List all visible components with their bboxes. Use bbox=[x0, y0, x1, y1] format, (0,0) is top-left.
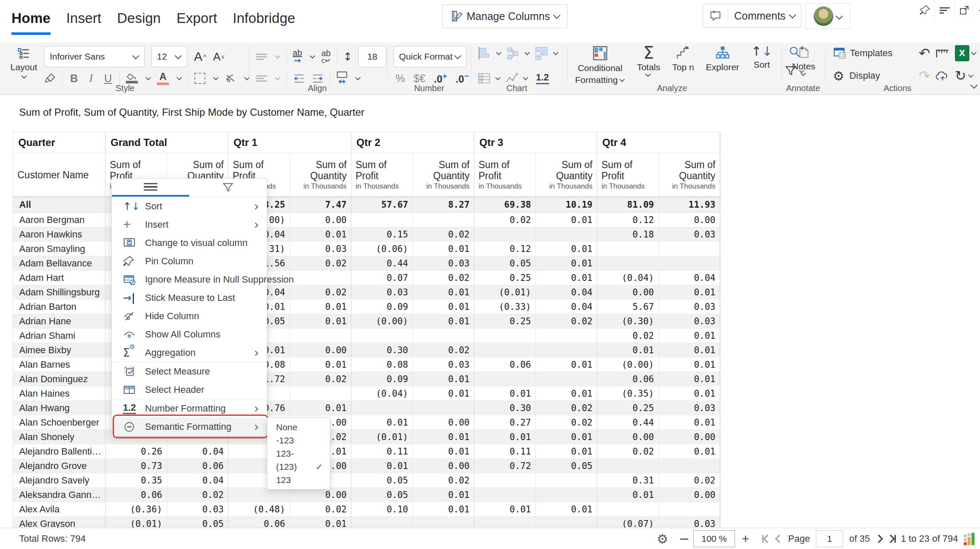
value-cell[interactable]: 0.30 bbox=[351, 343, 413, 357]
value-cell[interactable]: 0.02 bbox=[167, 488, 229, 502]
undo-icon[interactable]: ↶ bbox=[919, 46, 930, 60]
row-label[interactable]: Alan Barnes bbox=[13, 357, 105, 372]
tab-design[interactable]: Design bbox=[117, 10, 161, 35]
value-cell[interactable]: 69.38 bbox=[474, 197, 536, 212]
value-cell[interactable]: 0.44 bbox=[597, 415, 659, 429]
totals-button[interactable]: Σ Totals bbox=[637, 45, 660, 76]
value-cell[interactable]: 0.30 bbox=[474, 401, 536, 415]
value-cell[interactable]: 0.01 bbox=[413, 242, 475, 256]
value-cell[interactable]: 0.01 bbox=[413, 300, 475, 314]
row-label[interactable]: Aaron Bergman bbox=[13, 213, 105, 227]
value-cell[interactable]: (0.30) bbox=[597, 314, 659, 328]
last-page-button[interactable] bbox=[888, 535, 896, 543]
value-cell[interactable]: 0.01 bbox=[659, 343, 721, 357]
format-painter-icon[interactable] bbox=[44, 72, 56, 84]
value-cell[interactable]: 0.11 bbox=[474, 444, 536, 458]
value-cell[interactable]: 0.73 bbox=[105, 459, 167, 473]
value-cell[interactable]: 0.03 bbox=[659, 227, 721, 241]
value-cell[interactable]: 0.02 bbox=[659, 473, 721, 487]
value-cell[interactable]: 0.01 bbox=[597, 488, 659, 502]
value-cell[interactable]: 0.01 bbox=[659, 386, 721, 400]
value-cell[interactable] bbox=[659, 459, 721, 473]
row-label[interactable]: Adrian Barton bbox=[13, 300, 105, 314]
value-cell[interactable]: 0.05 bbox=[351, 488, 413, 502]
value-cell[interactable]: 0.03 bbox=[659, 300, 721, 314]
measure-header-profit[interactable]: Sum of Profitin Thousands bbox=[351, 153, 413, 197]
value-cell[interactable]: 0.01 bbox=[474, 502, 536, 516]
value-cell[interactable]: 0.31 bbox=[597, 473, 659, 487]
value-cell[interactable]: 0.00 bbox=[413, 459, 475, 473]
chevron-down-icon[interactable] bbox=[177, 75, 182, 80]
manage-columns-button[interactable]: Manage Columns bbox=[442, 4, 567, 28]
value-cell[interactable]: 0.01 bbox=[536, 242, 598, 256]
value-cell[interactable]: 0.03 bbox=[351, 285, 413, 299]
menu-item-sort[interactable]: ↑↓Sort› bbox=[112, 197, 267, 215]
value-cell[interactable]: 0.03 bbox=[290, 242, 352, 256]
vertical-align-icon[interactable] bbox=[256, 52, 267, 61]
value-cell[interactable]: 0.02 bbox=[290, 502, 352, 516]
value-cell[interactable]: (0.01) bbox=[351, 430, 413, 444]
row-label[interactable]: Adam Shillingsburg bbox=[13, 285, 105, 299]
value-cell[interactable] bbox=[597, 256, 659, 270]
value-cell[interactable]: 0.35 bbox=[105, 473, 167, 487]
menu-item-select-measure[interactable]: Select Measure bbox=[112, 362, 267, 380]
value-cell[interactable]: 0.12 bbox=[474, 242, 536, 256]
value-cell[interactable]: 0.02 bbox=[597, 444, 659, 458]
next-page-button[interactable] bbox=[876, 536, 882, 542]
submenu-item-123[interactable]: 123 bbox=[268, 473, 330, 486]
value-cell[interactable]: 0.01 bbox=[536, 386, 598, 400]
export-excel-button[interactable]: X bbox=[955, 45, 977, 61]
row-label[interactable]: Adam Hart bbox=[13, 271, 105, 285]
value-cell[interactable] bbox=[290, 271, 352, 285]
value-cell[interactable]: (0.04) bbox=[597, 271, 659, 285]
value-cell[interactable]: 0.02 bbox=[413, 271, 475, 285]
submenu-item-(123)[interactable]: (123)✓ bbox=[268, 460, 330, 473]
row-label[interactable]: Alex Avila bbox=[13, 502, 105, 516]
value-cell[interactable]: 0.01 bbox=[413, 488, 475, 502]
menu-item-semantic-formatting[interactable]: Semantic Formatting› bbox=[112, 417, 267, 436]
value-cell[interactable] bbox=[351, 401, 413, 415]
value-cell[interactable] bbox=[290, 329, 352, 343]
value-cell[interactable] bbox=[474, 329, 536, 343]
measure-header-quantity[interactable]: Sum of Quantityin Thousands bbox=[659, 153, 721, 197]
tab-insert[interactable]: Insert bbox=[66, 10, 102, 35]
row-label[interactable]: Alan Haines bbox=[13, 386, 105, 400]
templates-button[interactable]: Templates bbox=[833, 46, 914, 60]
value-cell[interactable] bbox=[597, 459, 659, 473]
tab-home[interactable]: Home bbox=[11, 10, 51, 35]
value-cell[interactable]: 0.01 bbox=[413, 444, 475, 458]
value-cell[interactable]: (0.00) bbox=[351, 314, 413, 328]
value-cell[interactable]: 0.01 bbox=[290, 314, 352, 328]
value-cell[interactable]: 0.00 bbox=[659, 488, 721, 502]
settings-gear-icon[interactable]: ⚙ bbox=[657, 528, 668, 549]
value-cell[interactable]: 0.06 bbox=[167, 459, 229, 473]
group-header-3[interactable]: Qtr 2 bbox=[351, 132, 474, 153]
quick-format-select[interactable]: Quick Format bbox=[393, 46, 467, 67]
resize-icon[interactable] bbox=[935, 48, 950, 59]
value-cell[interactable]: (0.36) bbox=[105, 502, 167, 516]
measure-header-profit[interactable]: Sum of Profitin Thousands bbox=[597, 153, 659, 197]
decrease-decimal-icon[interactable]: .0− bbox=[456, 71, 469, 85]
value-cell[interactable]: 0.05 bbox=[536, 459, 598, 473]
chevron-down-icon[interactable] bbox=[275, 53, 280, 59]
notes-button[interactable]: Notes bbox=[792, 45, 815, 75]
value-cell[interactable] bbox=[536, 473, 598, 487]
value-cell[interactable]: 0.10 bbox=[351, 502, 413, 516]
chevron-down-icon[interactable] bbox=[310, 53, 315, 59]
value-cell[interactable] bbox=[659, 502, 721, 516]
value-cell[interactable]: 0.27 bbox=[474, 415, 536, 429]
value-cell[interactable]: (0.48) bbox=[228, 502, 290, 516]
row-label[interactable]: Adrian Hane bbox=[13, 314, 105, 328]
account-menu[interactable] bbox=[805, 3, 850, 29]
value-cell[interactable]: 0.01 bbox=[536, 502, 598, 516]
wrap-text-icon[interactable]: abc↵ bbox=[321, 49, 330, 64]
borders-icon[interactable] bbox=[194, 73, 205, 84]
value-cell[interactable]: 0.25 bbox=[474, 314, 536, 328]
value-cell[interactable]: 0.01 bbox=[413, 430, 475, 444]
value-cell[interactable]: 0.15 bbox=[351, 227, 413, 241]
menu-item-pin-column[interactable]: Pin Column bbox=[112, 252, 267, 270]
value-cell[interactable]: 0.01 bbox=[659, 357, 721, 372]
expand-icon[interactable] bbox=[954, 0, 974, 20]
tab-export[interactable]: Export bbox=[177, 10, 217, 35]
value-cell[interactable]: 0.01 bbox=[536, 430, 598, 444]
